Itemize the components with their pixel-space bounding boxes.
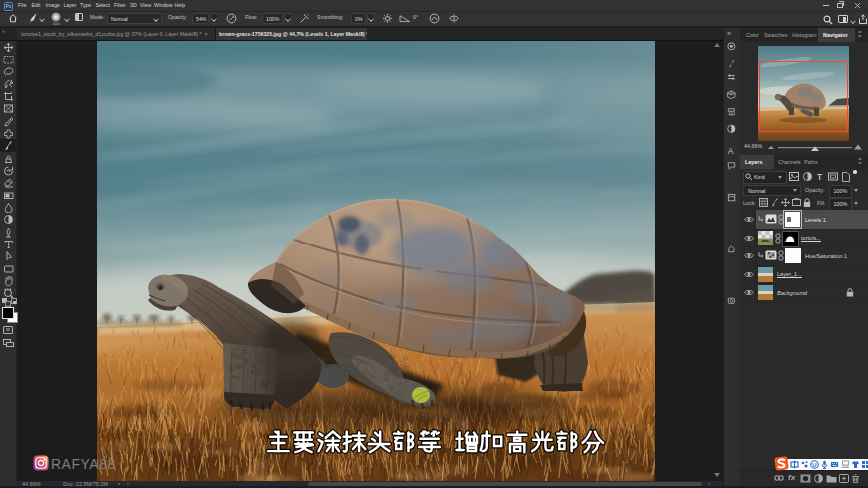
svg-text:A: A — [728, 146, 734, 156]
